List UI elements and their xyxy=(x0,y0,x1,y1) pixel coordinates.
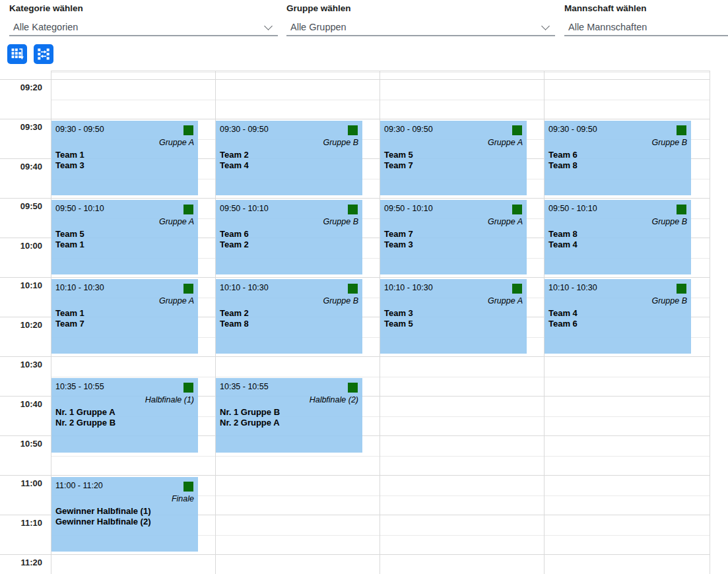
event-teams: Team 4Team 6 xyxy=(548,308,578,329)
schedule-event[interactable]: 09:30 - 09:50 Gruppe B Team 2Team 4 xyxy=(216,121,362,195)
team-name: Team 8 xyxy=(548,160,578,171)
schedule-event[interactable]: 11:00 - 11:20 Finale Gewinner Halbfinale… xyxy=(51,477,198,552)
event-teams: Team 7Team 3 xyxy=(384,229,413,250)
team-name: Team 7 xyxy=(384,160,413,171)
event-teams: Team 3Team 5 xyxy=(384,308,413,329)
swap-columns-button[interactable] xyxy=(34,44,53,64)
event-time-range: 10:10 - 10:30 xyxy=(55,283,104,292)
schedule-event[interactable]: 09:30 - 09:50 Gruppe B Team 6Team 8 xyxy=(545,121,691,195)
schedule-event[interactable]: 09:50 - 10:10 Gruppe B Team 8Team 4 xyxy=(545,200,691,274)
category-color-square xyxy=(348,383,358,393)
event-teams: Nr. 1 Gruppe ANr. 2 Gruppe B xyxy=(55,407,116,428)
category-color-square xyxy=(348,284,358,294)
team-name: Gewinner Halbfinale (2) xyxy=(55,517,150,527)
event-teams: Team 5Team 7 xyxy=(384,150,413,171)
category-color-square xyxy=(512,205,522,214)
event-group-label: Gruppe A xyxy=(488,138,523,147)
event-teams: Team 6Team 2 xyxy=(220,229,249,250)
schedule-event[interactable]: 10:10 - 10:30 Gruppe A Team 1Team 7 xyxy=(51,279,198,354)
event-group-label: Gruppe B xyxy=(323,217,358,226)
team-select[interactable]: Alle Mannschaften xyxy=(564,18,728,36)
category-color-square xyxy=(677,284,686,294)
category-color-square xyxy=(183,205,193,214)
group-filter-label: Gruppe wählen xyxy=(286,3,351,13)
event-time-range: 10:35 - 10:55 xyxy=(55,382,104,391)
category-select[interactable]: Alle Kategorien xyxy=(9,18,278,36)
team-name: Team 8 xyxy=(220,319,249,329)
event-teams: Nr. 1 Gruppe BNr. 2 Gruppe A xyxy=(220,407,280,428)
chevron-down-icon xyxy=(264,22,273,30)
category-color-square xyxy=(348,125,358,135)
event-time-range: 09:50 - 10:10 xyxy=(548,204,597,213)
team-name: Nr. 1 Gruppe A xyxy=(55,407,116,418)
schedule-event[interactable]: 10:35 - 10:55 Halbfinale (1) Nr. 1 Grupp… xyxy=(51,378,198,453)
time-label: 10:00 xyxy=(0,241,42,251)
schedule-event[interactable]: 10:35 - 10:55 Halbfinale (2) Nr. 1 Grupp… xyxy=(216,378,362,453)
team-filter-label: Mannschaft wählen xyxy=(564,3,647,13)
event-time-range: 09:30 - 09:50 xyxy=(55,125,104,134)
event-group-label: Halbfinale (1) xyxy=(145,395,194,404)
category-color-square xyxy=(677,125,686,135)
team-name: Team 4 xyxy=(220,160,249,171)
schedule-event[interactable]: 09:50 - 10:10 Gruppe A Team 5Team 1 xyxy=(51,200,198,274)
event-group-label: Gruppe A xyxy=(159,138,194,147)
event-group-label: Gruppe A xyxy=(488,296,523,305)
team-name: Team 1 xyxy=(55,150,84,160)
schedule-grid: 09:2009:3009:4009:5010:0010:1010:2010:30… xyxy=(0,71,710,574)
category-color-square xyxy=(183,125,193,135)
time-label: 10:40 xyxy=(0,399,42,409)
team-name: Team 1 xyxy=(55,308,84,319)
event-time-range: 10:10 - 10:30 xyxy=(548,283,597,292)
event-time-range: 09:50 - 10:10 xyxy=(384,204,433,213)
event-teams: Team 2Team 4 xyxy=(220,150,249,171)
team-name: Team 3 xyxy=(384,239,413,250)
team-name: Team 8 xyxy=(548,229,578,239)
schedule-event[interactable]: 10:10 - 10:30 Gruppe A Team 3Team 5 xyxy=(380,279,527,354)
team-name: Team 2 xyxy=(220,150,249,160)
event-group-label: Finale xyxy=(172,494,194,503)
time-label: 10:30 xyxy=(0,360,42,369)
team-name: Team 1 xyxy=(55,239,84,250)
schedule-event[interactable]: 09:30 - 09:50 Gruppe A Team 5Team 7 xyxy=(380,121,527,195)
schedule-event[interactable]: 10:10 - 10:30 Gruppe B Team 4Team 6 xyxy=(545,279,691,354)
column-divider xyxy=(710,71,710,574)
event-group-label: Gruppe B xyxy=(323,138,358,147)
event-group-label: Halbfinale (2) xyxy=(310,395,358,404)
event-group-label: Gruppe A xyxy=(159,296,194,305)
table-view-button[interactable] xyxy=(7,44,27,64)
team-name: Team 7 xyxy=(384,229,413,239)
time-label: 10:10 xyxy=(0,280,42,290)
category-color-square xyxy=(183,383,193,393)
time-label: 09:20 xyxy=(0,82,42,92)
event-group-label: Gruppe B xyxy=(651,296,687,305)
filter-team: Mannschaft wählen Alle Mannschaften xyxy=(564,0,728,40)
time-label: 10:20 xyxy=(0,320,42,330)
event-teams: Team 5Team 1 xyxy=(55,229,84,250)
category-color-square xyxy=(512,125,522,135)
team-name: Team 6 xyxy=(220,229,249,239)
team-name: Nr. 1 Gruppe B xyxy=(220,407,280,418)
event-group-label: Gruppe B xyxy=(651,138,687,147)
time-label: 11:20 xyxy=(0,558,42,567)
event-time-range: 10:10 - 10:30 xyxy=(220,283,269,292)
event-time-range: 10:10 - 10:30 xyxy=(384,283,433,292)
team-name: Team 6 xyxy=(548,150,578,160)
event-time-range: 11:00 - 11:20 xyxy=(55,481,103,490)
event-group-label: Gruppe A xyxy=(159,217,194,226)
group-select[interactable]: Alle Gruppen xyxy=(286,18,555,36)
team-select-value: Alle Mannschaften xyxy=(568,22,647,32)
category-select-value: Alle Kategorien xyxy=(13,22,78,32)
event-teams: Team 8Team 4 xyxy=(548,229,578,250)
team-name: Nr. 2 Gruppe A xyxy=(220,418,280,428)
team-name: Team 6 xyxy=(548,319,578,329)
schedule-event[interactable]: 09:30 - 09:50 Gruppe A Team 1Team 3 xyxy=(51,121,198,195)
time-label: 09:40 xyxy=(0,162,42,172)
event-teams: Team 2Team 8 xyxy=(220,308,249,329)
event-time-range: 10:35 - 10:55 xyxy=(220,382,269,391)
schedule-event[interactable]: 10:10 - 10:30 Gruppe B Team 2Team 8 xyxy=(216,279,362,354)
schedule-event[interactable]: 09:50 - 10:10 Gruppe A Team 7Team 3 xyxy=(380,200,527,274)
event-teams: Team 6Team 8 xyxy=(548,150,578,171)
filter-group: Gruppe wählen Alle Gruppen xyxy=(286,0,555,40)
schedule-event[interactable]: 09:50 - 10:10 Gruppe B Team 6Team 2 xyxy=(216,200,362,274)
category-color-square xyxy=(348,205,358,214)
